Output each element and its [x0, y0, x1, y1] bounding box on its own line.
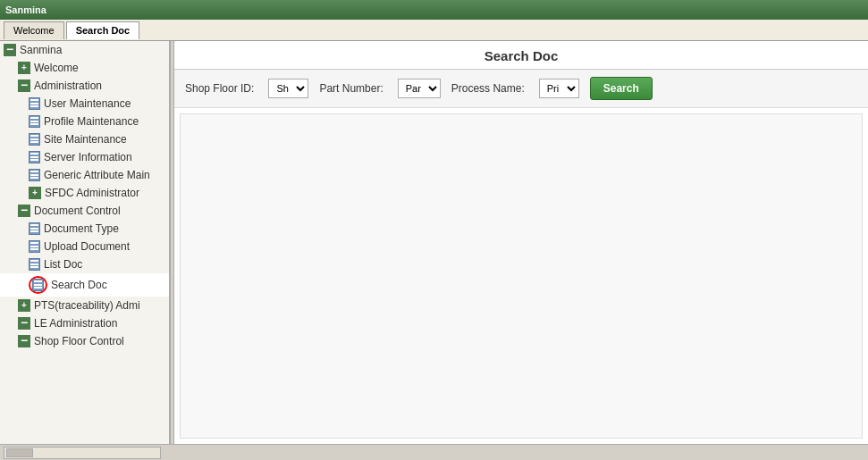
tab-search-doc[interactable]: Search Doc [66, 21, 140, 39]
shop-floor-label: Shop Floor ID: [185, 82, 254, 95]
minus-icon: − [18, 317, 30, 330]
sidebar-server-information-label: Server Information [44, 151, 132, 163]
scrollbar-thumb[interactable] [6, 448, 33, 457]
sidebar-item-document-type[interactable]: Document Type [0, 220, 169, 238]
page-icon [32, 279, 44, 291]
sidebar-profile-maintenance-label: Profile Maintenance [44, 115, 139, 128]
sidebar-site-maintenance-label: Site Maintenance [44, 133, 127, 146]
sidebar-hscroll [2, 447, 163, 459]
sidebar-item-user-maintenance[interactable]: User Maintenance [0, 95, 169, 113]
tab-welcome[interactable]: Welcome [4, 21, 64, 39]
sidebar-item-document-control[interactable]: − Document Control [0, 202, 169, 220]
sidebar-item-sanmina[interactable]: − Sanmina [0, 41, 169, 59]
sidebar-sfdc-administrator-label: SFDC Administrator [45, 187, 139, 199]
sidebar: − Sanmina + Welcome − Administration Use… [0, 41, 170, 444]
toolbar: Shop Floor ID: Sh Part Number: Par Proce… [174, 70, 868, 108]
plus-icon: + [18, 299, 30, 312]
sidebar-list-doc-label: List Doc [44, 258, 82, 271]
page-icon [29, 151, 40, 163]
shop-floor-select[interactable]: Sh [268, 79, 308, 98]
horizontal-scrollbar[interactable] [4, 447, 161, 459]
page-icon [29, 169, 40, 181]
sidebar-item-generic-attribute[interactable]: Generic Attribute Main [0, 166, 169, 184]
sidebar-item-sfdc-administrator[interactable]: + SFDC Administrator [0, 184, 169, 202]
sidebar-le-administration-label: LE Administration [34, 317, 117, 330]
sidebar-item-site-maintenance[interactable]: Site Maintenance [0, 130, 169, 148]
content-title: Search Doc [174, 41, 868, 70]
sidebar-document-type-label: Document Type [44, 222, 119, 235]
sidebar-item-shop-floor-control[interactable]: − Shop Floor Control [0, 332, 169, 350]
content-area: Search Doc Shop Floor ID: Sh Part Number… [174, 41, 868, 444]
process-name-label: Process Name: [451, 82, 525, 95]
minus-icon: − [18, 79, 30, 92]
sidebar-generic-attribute-label: Generic Attribute Main [44, 169, 150, 181]
sidebar-pts-admin-label: PTS(traceability) Admi [34, 299, 140, 312]
sidebar-item-administration[interactable]: − Administration [0, 77, 169, 95]
sidebar-sanmina-label: Sanmina [20, 44, 62, 56]
page-icon [29, 115, 40, 128]
part-number-label: Part Number: [319, 82, 383, 95]
minus-icon: − [18, 335, 30, 347]
page-icon [29, 133, 40, 146]
selected-circle [29, 276, 47, 294]
page-icon [29, 222, 40, 235]
sidebar-item-pts-admin[interactable]: + PTS(traceability) Admi [0, 297, 169, 314]
page-icon [29, 240, 40, 253]
tab-search-doc-label: Search Doc [76, 25, 131, 36]
results-area [180, 113, 863, 439]
sidebar-item-le-administration[interactable]: − LE Administration [0, 314, 169, 332]
process-name-select[interactable]: Pri [539, 79, 579, 98]
part-number-select[interactable]: Par [398, 79, 441, 98]
page-icon [29, 258, 40, 271]
main-layout: − Sanmina + Welcome − Administration Use… [0, 41, 868, 444]
page-icon [29, 97, 40, 110]
plus-icon: + [29, 187, 41, 199]
title-bar: Sanmina [0, 0, 868, 20]
tab-welcome-label: Welcome [13, 25, 55, 36]
sidebar-administration-label: Administration [34, 79, 102, 92]
plus-icon: + [18, 62, 30, 74]
sidebar-user-maintenance-label: User Maintenance [44, 97, 131, 110]
sidebar-item-list-doc[interactable]: List Doc [0, 255, 169, 273]
sidebar-shop-floor-control-label: Shop Floor Control [34, 335, 124, 347]
sidebar-document-control-label: Document Control [34, 205, 121, 217]
bottom-bar [0, 444, 868, 460]
tab-bar: Welcome Search Doc [0, 20, 868, 41]
sidebar-item-profile-maintenance[interactable]: Profile Maintenance [0, 113, 169, 130]
sidebar-item-upload-document[interactable]: Upload Document [0, 238, 169, 255]
sidebar-upload-document-label: Upload Document [44, 240, 130, 253]
sidebar-search-doc-label: Search Doc [51, 279, 107, 291]
sidebar-item-search-doc[interactable]: Search Doc [0, 273, 169, 297]
sidebar-item-server-information[interactable]: Server Information [0, 148, 169, 166]
search-button[interactable]: Search [590, 77, 653, 100]
app-title: Sanmina [5, 4, 46, 15]
minus-icon: − [18, 205, 30, 217]
sidebar-item-welcome[interactable]: + Welcome [0, 59, 169, 77]
sidebar-welcome-label: Welcome [34, 62, 79, 74]
minus-icon: − [4, 44, 16, 56]
